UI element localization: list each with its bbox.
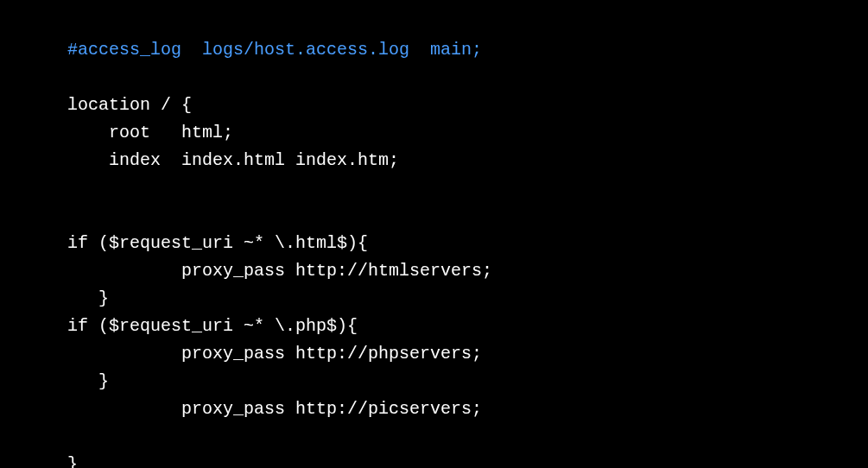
root-directive: root html; <box>67 123 233 142</box>
nginx-config-code: #access_log logs/host.access.log main; l… <box>67 9 868 468</box>
if-html-condition: if ($request_uri ~* \.html$){ <box>67 233 368 253</box>
location-directive: location / { <box>67 95 192 115</box>
index-directive: index index.html index.htm; <box>67 150 399 170</box>
close-brace: } <box>67 288 109 308</box>
proxy-pass-php: proxy_pass http://phpservers; <box>67 344 482 364</box>
proxy-pass-pic: proxy_pass http://picservers; <box>67 399 482 419</box>
if-php-condition: if ($request_uri ~* \.php$){ <box>67 316 358 336</box>
proxy-pass-html: proxy_pass http://htmlservers; <box>67 261 492 281</box>
close-brace: } <box>67 454 78 468</box>
close-brace: } <box>67 371 109 391</box>
comment-access-log: #access_log logs/host.access.log main; <box>67 40 482 60</box>
